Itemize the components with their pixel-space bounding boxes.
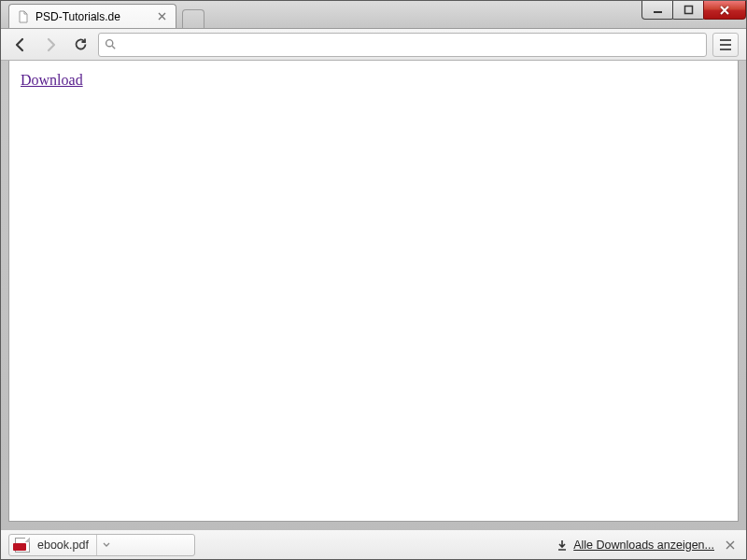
window-controls	[642, 1, 746, 20]
download-item[interactable]: ebook.pdf	[8, 534, 195, 556]
download-shelf: ebook.pdf Alle Downloads anzeigen...	[1, 529, 746, 559]
tab-title: PSD-Tutorials.de	[35, 10, 120, 23]
show-all-downloads[interactable]: Alle Downloads anzeigen...	[557, 539, 714, 552]
address-bar[interactable]	[98, 33, 707, 57]
menu-button[interactable]	[712, 33, 739, 57]
file-icon	[17, 10, 30, 23]
svg-rect-0	[654, 11, 662, 13]
tab-active[interactable]: PSD-Tutorials.de	[8, 4, 176, 28]
download-filename: ebook.pdf	[37, 539, 89, 552]
viewport: Download	[1, 61, 746, 529]
pdf-icon	[15, 538, 30, 553]
browser-window: PSD-Tutorials.de	[0, 0, 747, 560]
tab-strip: PSD-Tutorials.de	[8, 4, 204, 28]
url-input[interactable]	[122, 37, 700, 51]
svg-rect-1	[684, 7, 692, 14]
download-shelf-close[interactable]	[722, 537, 739, 553]
page-body: Download	[8, 61, 739, 522]
minimize-button[interactable]	[641, 1, 673, 20]
new-tab-button[interactable]	[182, 9, 204, 28]
close-button[interactable]	[703, 1, 746, 20]
tab-close-button[interactable]	[158, 12, 166, 21]
download-link[interactable]: Download	[21, 72, 83, 88]
toolbar	[1, 29, 746, 61]
forward-button[interactable]	[38, 33, 63, 57]
show-all-downloads-link[interactable]: Alle Downloads anzeigen...	[573, 539, 714, 552]
reload-button[interactable]	[68, 33, 92, 57]
back-button[interactable]	[8, 33, 33, 57]
titlebar: PSD-Tutorials.de	[1, 1, 746, 29]
download-arrow-icon	[557, 539, 568, 551]
svg-point-2	[106, 40, 113, 47]
download-item-menu[interactable]	[96, 535, 110, 555]
maximize-button[interactable]	[672, 1, 704, 20]
search-icon	[105, 38, 117, 50]
